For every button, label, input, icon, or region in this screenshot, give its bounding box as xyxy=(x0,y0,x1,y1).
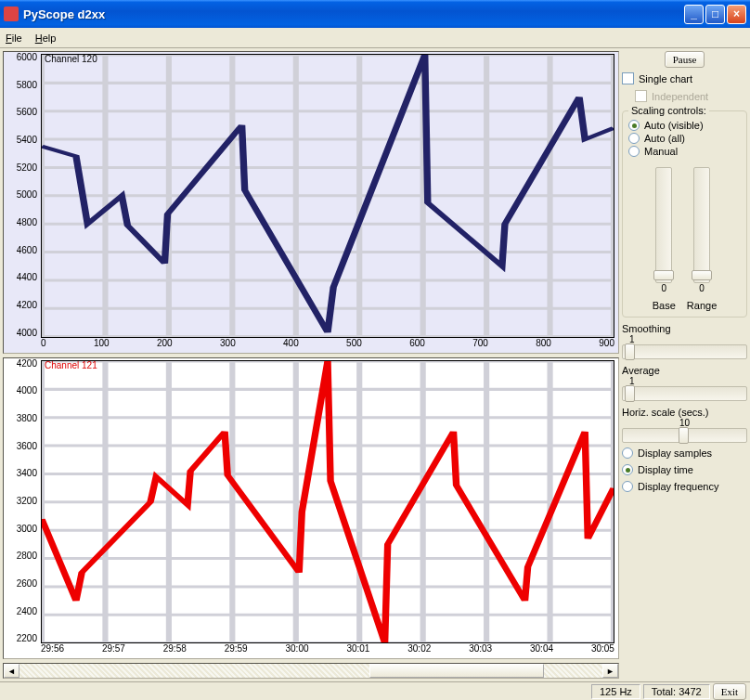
radio-icon xyxy=(622,481,633,492)
slider-thumb[interactable] xyxy=(625,385,635,402)
scaling-group: Scaling controls: Auto (visible) Auto (a… xyxy=(622,110,747,318)
xaxis-121: 29:5629:5729:5829:5930:0030:0130:0230:03… xyxy=(41,643,614,658)
menu-file[interactable]: File xyxy=(6,32,22,44)
pause-button[interactable]: Pause xyxy=(665,51,705,68)
base-label: Base xyxy=(653,300,676,311)
slider-thumb[interactable] xyxy=(692,270,712,280)
side-panel: Pause Single chart Independent Scaling c… xyxy=(622,51,747,679)
radio-auto-visible[interactable]: Auto (visible) xyxy=(628,119,741,132)
radio-display-samples[interactable]: Display samples xyxy=(622,447,747,460)
checkbox-icon xyxy=(622,72,634,84)
radio-manual[interactable]: Manual xyxy=(628,145,741,158)
chart-title-121: Channel 121 xyxy=(45,360,97,370)
window-title: PyScope d2xx xyxy=(23,7,684,21)
radio-icon xyxy=(622,464,633,475)
average-slider-group: Average 1 xyxy=(622,365,747,401)
checkbox-icon xyxy=(635,90,647,102)
range-slider[interactable] xyxy=(693,167,710,283)
menu-bar: File Help xyxy=(0,28,750,48)
radio-display-time[interactable]: Display time xyxy=(622,463,747,476)
single-chart-label: Single chart xyxy=(639,73,692,84)
window-titlebar: PyScope d2xx _ □ × xyxy=(0,0,750,28)
menu-help[interactable]: Help xyxy=(35,32,57,44)
radio-display-frequency[interactable]: Display frequency xyxy=(622,480,747,493)
independent-checkbox: Independent xyxy=(622,89,747,103)
scaling-title: Scaling controls: xyxy=(628,105,709,116)
chart-title-120: Channel 120 xyxy=(45,54,97,64)
horiz-scale-label: Horiz. scale (secs.) xyxy=(622,407,747,418)
scroll-right-button[interactable]: ► xyxy=(602,664,618,678)
smoothing-slider[interactable] xyxy=(622,344,747,359)
yaxis-120: 6000580056005400520050004800460044004200… xyxy=(4,52,41,338)
scroll-track[interactable] xyxy=(19,664,602,678)
close-button[interactable]: × xyxy=(727,5,746,24)
horiz-scale-slider-group: Horiz. scale (secs.) 10 xyxy=(622,407,747,443)
radio-icon xyxy=(622,447,633,459)
average-slider[interactable] xyxy=(622,386,747,401)
smoothing-label: Smoothing xyxy=(622,323,747,334)
status-bar: 125 Hz Total: 3472 Exit xyxy=(0,681,750,700)
scroll-left-button[interactable]: ◄ xyxy=(4,664,19,678)
radio-icon xyxy=(628,120,640,131)
horizontal-scrollbar[interactable]: ◄ ► xyxy=(3,663,619,679)
exit-button[interactable]: Exit xyxy=(713,683,746,700)
chart-channel-121: Channel 121 4200400038003600340032003000… xyxy=(3,357,619,660)
app-icon xyxy=(4,6,19,21)
yaxis-121: 4200400038003600340032003000280026002400… xyxy=(4,358,41,644)
radio-auto-all[interactable]: Auto (all) xyxy=(628,132,741,145)
radio-icon xyxy=(628,133,640,144)
average-label: Average xyxy=(622,365,747,376)
status-total: Total: 3472 xyxy=(643,684,710,699)
single-chart-checkbox[interactable]: Single chart xyxy=(622,71,747,85)
slider-thumb[interactable] xyxy=(625,344,635,360)
independent-label: Independent xyxy=(652,91,708,102)
slider-thumb[interactable] xyxy=(679,427,689,444)
minimize-button[interactable]: _ xyxy=(684,5,704,24)
smoothing-slider-group: Smoothing 1 xyxy=(622,323,747,359)
range-label: Range xyxy=(687,300,717,311)
status-hz: 125 Hz xyxy=(591,684,640,699)
xaxis-120: 0100200300400500600700800900 xyxy=(41,338,614,353)
scroll-thumb[interactable] xyxy=(369,664,544,678)
horiz-scale-slider[interactable] xyxy=(622,428,747,443)
slider-thumb[interactable] xyxy=(653,270,674,280)
radio-icon xyxy=(628,146,640,157)
chart-channel-120: Channel 120 6000580056005400520050004800… xyxy=(3,51,619,354)
maximize-button[interactable]: □ xyxy=(705,5,725,24)
base-slider[interactable] xyxy=(655,167,672,283)
